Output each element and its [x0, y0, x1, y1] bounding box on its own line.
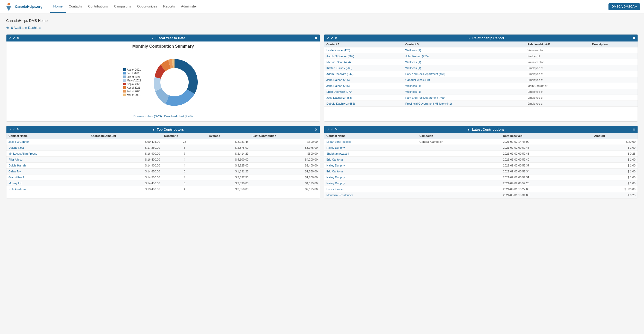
contributor-name[interactable]: Pilar Albisu — [8, 158, 22, 161]
latest-contact-name[interactable]: Eric Cantona — [326, 170, 343, 173]
rel-contact-b[interactable]: CanadaHelps (438) — [405, 78, 430, 81]
contrib-dropdown-icon: ▼ — [152, 128, 155, 131]
rel-refresh-icon[interactable]: ↻ — [335, 36, 337, 40]
dashlet-latest-close[interactable]: ✕ — [632, 128, 636, 131]
nav-reports[interactable]: Reports — [160, 0, 178, 13]
latest-contact-name[interactable]: Shubham Awasthi — [326, 152, 349, 155]
rel-expand-icon[interactable]: ⤢ — [331, 36, 333, 40]
latest-contact-name[interactable]: Lucas Froese — [326, 188, 344, 191]
expand-icon[interactable]: ⤢ — [13, 36, 15, 40]
rel-contact-a[interactable]: Kirsten Tuckey (269) — [326, 66, 352, 70]
dashlet-fiscal-close[interactable]: ✕ — [315, 36, 318, 40]
rel-col-description: Description — [590, 41, 638, 47]
rel-contact-a[interactable]: John Rainan (265) — [326, 78, 350, 81]
contributor-name[interactable]: Mr. Lucas Allan Froese — [8, 152, 37, 155]
nav-contributions[interactable]: Contributions — [85, 0, 111, 13]
latest-date: 2021-09-02 00:52:34 — [501, 169, 592, 174]
contrib-expand-icon[interactable]: ⤢ — [13, 128, 15, 131]
latest-contact-name[interactable]: Hailey Dunphy — [326, 182, 345, 185]
rel-contact-a[interactable]: Joey Dachwitz (483) — [326, 96, 352, 99]
user-dropdown-button[interactable]: DMSCA DMSCA ▾ — [608, 3, 640, 10]
rel-contact-b[interactable]: Wellness (1) — [405, 49, 421, 52]
contributor-name[interactable]: Celsa Joynt — [8, 170, 23, 173]
table-row: Jacob O'Connor (267) John Rainan (265) P… — [324, 53, 638, 59]
dashlet-relationship-close[interactable]: ✕ — [632, 36, 636, 40]
latest-external-link-icon[interactable]: ↗ — [327, 128, 329, 131]
rel-col-contact-a: Contact A — [324, 41, 403, 47]
rel-contact-b[interactable]: Provincial Government Ministry (441) — [405, 102, 452, 105]
contributors-table: Contact Name Aggregate Amount Donations … — [6, 133, 320, 192]
contributor-name[interactable]: Izola Guillermo — [8, 188, 27, 191]
refresh-icon[interactable]: ↻ — [17, 36, 19, 40]
rel-contact-a[interactable]: Leslie Knope (470) — [326, 49, 350, 52]
dashlet-relationship-header: ↗ ⤢ ↻ ▼ Relationship Report ✕ — [324, 35, 638, 41]
nav-home[interactable]: Home — [50, 0, 66, 13]
latest-contact-name[interactable]: Hailey Dunphy — [326, 146, 345, 149]
contrib-refresh-icon[interactable]: ↻ — [17, 128, 19, 131]
external-link-icon[interactable]: ↗ — [9, 36, 11, 40]
rel-contact-b[interactable]: John Rainan (265) — [405, 55, 429, 58]
nav-administer[interactable]: Administer — [178, 0, 200, 13]
dashlet-contributors-close[interactable]: ✕ — [315, 128, 318, 131]
rel-contact-a[interactable]: Jacob O'Connor (267) — [326, 55, 354, 58]
contributor-name[interactable]: Jacob O'Connor — [8, 140, 29, 143]
rel-contact-b[interactable]: Wellness (1) — [405, 66, 421, 70]
contrib-external-link-icon[interactable]: ↗ — [9, 128, 11, 131]
table-row: Leslie Knope (470) Wellness (1) Voluntee… — [324, 47, 638, 53]
dashlet-top-contributors: ↗ ⤢ ↻ ▼ Top Contributors ✕ Contact Name … — [6, 126, 320, 198]
download-png-link[interactable]: Download chart (PNG) — [164, 115, 193, 118]
nav-contacts[interactable]: Contacts — [66, 0, 85, 13]
latest-contact-name[interactable]: Hailey Dunphy — [326, 164, 345, 167]
rel-contact-b[interactable]: Park and Rec Department (469) — [405, 72, 446, 76]
navbar: CanadaHelps.org Home Contacts Contributi… — [0, 0, 644, 13]
latest-date: 2021-09-02 00:52:46 — [501, 145, 592, 151]
rel-contact-a[interactable]: John Rainan (265) — [326, 84, 350, 87]
latest-expand-icon[interactable]: ⤢ — [331, 128, 333, 131]
latest-contact-name[interactable]: Eric Cantona — [326, 158, 343, 161]
rel-contact-a[interactable]: Adam Dachwitz (547) — [326, 72, 353, 76]
rel-relationship: Employee of — [525, 77, 590, 83]
latest-contact-name[interactable]: Hailey Dunphy — [326, 176, 345, 179]
donut-chart — [146, 54, 203, 111]
rel-external-link-icon[interactable]: ↗ — [327, 36, 329, 40]
contributor-average: $ 3,350.00 — [207, 186, 251, 192]
legend-sep: Sep of 2021 — [123, 83, 141, 86]
rel-contact-b[interactable]: Wellness (1) — [405, 61, 421, 64]
latest-refresh-icon[interactable]: ↻ — [335, 128, 337, 131]
nav-links: Home Contacts Contributions Campaigns Op… — [50, 0, 608, 13]
legend-mar-label: Mar of 2021 — [127, 94, 141, 96]
contributor-donations: 8 — [162, 169, 207, 174]
brand-logo-link[interactable]: CanadaHelps.org — [4, 2, 42, 11]
contributor-name[interactable]: Gianni Frank — [8, 176, 25, 179]
rel-relationship: Main Contact at — [525, 83, 590, 89]
page-content: CanadaHelps DMS Home ⊕ 6 Available Dashl… — [0, 13, 644, 204]
rel-contact-a[interactable]: Michael Scott (454) — [326, 61, 351, 64]
contributor-name[interactable]: Murray Inc. — [8, 182, 23, 185]
contributor-name[interactable]: Dulcie Harrah — [8, 164, 26, 167]
download-svg-link[interactable]: Download chart (SVG) — [134, 115, 162, 118]
rel-description — [590, 59, 638, 65]
latest-amount: $ 1.00 — [592, 180, 638, 186]
latest-contact-name[interactable]: Logan van Roessel — [326, 140, 351, 143]
legend-apr-color — [123, 86, 126, 89]
nav-campaigns[interactable]: Campaigns — [111, 0, 134, 13]
latest-campaign — [417, 157, 501, 163]
latest-amount: $ 0.25 — [592, 192, 638, 198]
rel-description — [590, 53, 638, 59]
available-dashlets-link[interactable]: ⊕ 6 Available Dashlets — [6, 26, 638, 30]
rel-contact-b[interactable]: Park and Rec Department (469) — [405, 96, 446, 99]
latest-campaign: General Campaign — [417, 139, 501, 145]
nav-opportunities[interactable]: Opportunities — [134, 0, 160, 13]
contributor-average: $ 1,831.25 — [207, 169, 251, 174]
rel-contact-b[interactable]: Wellness (1) — [405, 84, 421, 87]
contributor-name[interactable]: Dalene Kost — [8, 146, 24, 149]
dashlet-fiscal-icons: ↗ ⤢ ↻ — [9, 36, 19, 40]
table-row: Gianni Frank $ 14,550.00 4 $ 3,637.50 $1… — [6, 174, 320, 180]
rel-contact-a[interactable]: Debbie Dachwitz (482) — [326, 102, 355, 105]
latest-contact-name[interactable]: Monalisa Residences — [326, 194, 353, 197]
rel-contact-b[interactable]: Wellness (1) — [405, 90, 421, 93]
latest-col-date: Date Received — [501, 133, 592, 139]
contributor-aggregate: $ 16,400.00 — [89, 157, 162, 163]
rel-contact-a[interactable]: Erich Dachwitz (270) — [326, 90, 352, 93]
rel-description — [590, 89, 638, 95]
